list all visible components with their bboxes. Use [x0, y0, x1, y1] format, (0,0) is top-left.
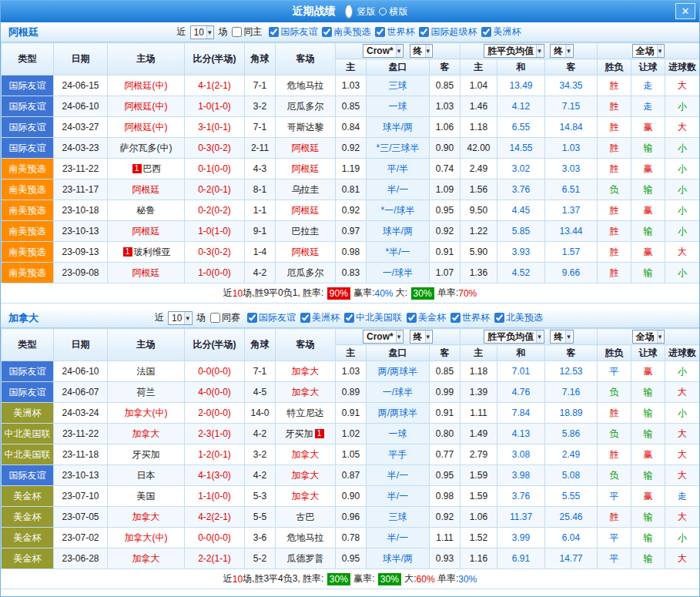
summary-text: 近 — [223, 572, 233, 585]
wdl-average-select[interactable]: 胜平负均值▾ — [484, 44, 544, 58]
recent-count-select[interactable]: 10▾ — [190, 25, 215, 39]
competition-filter[interactable]: 国际友谊 — [269, 25, 317, 39]
score-cell: 2-2(1-1) — [185, 548, 245, 569]
match-row[interactable]: 美金杯23-07-10美国1-1(0-0)5-3加拿大0.90半/一0.981.… — [2, 486, 700, 507]
corner-cell: 1-1 — [245, 200, 276, 221]
competition-checkbox[interactable] — [269, 27, 279, 37]
match-row[interactable]: 国际友谊24-06-10阿根廷(中)1-0(1-0)3-2厄瓜多尔0.85一球1… — [2, 96, 700, 117]
competition-filter[interactable]: 世界杯 — [375, 25, 414, 39]
asian-home-odds-cell: 0.81 — [336, 179, 367, 200]
competition-checkbox[interactable] — [247, 313, 257, 323]
corner-cell: 4-3 — [245, 159, 276, 179]
title-bar: 近期战绩 竖版 横版 ✕ — [1, 1, 699, 22]
close-button[interactable]: ✕ — [675, 3, 695, 19]
corner-cell: 5-3 — [245, 486, 276, 507]
result-cell: 胜 — [598, 75, 631, 96]
score-cell: 4-1(3-0) — [185, 465, 245, 486]
team-name: 秘鲁 — [137, 205, 156, 216]
col-handicap-result: 让球 — [631, 59, 665, 75]
vertical-layout-label[interactable]: 竖版 — [357, 5, 376, 18]
same-home-filter[interactable]: 同主 — [232, 25, 262, 39]
corner-cell: 3-6 — [245, 528, 276, 548]
competition-type-cell: 美金杯 — [2, 507, 54, 528]
same-competition-filter[interactable]: 同赛 — [210, 311, 240, 324]
match-row[interactable]: 国际友谊24-06-07荷兰4-0(0-0)4-5加拿大0.89一/球半0.99… — [2, 382, 700, 403]
competition-checkbox[interactable] — [494, 313, 504, 323]
final-odds-select[interactable]: 终▾ — [550, 44, 574, 58]
team-name: 阿根廷 — [292, 247, 320, 257]
competition-filter[interactable]: 北美预选 — [494, 311, 543, 324]
handicap-result-cell: 赢 — [631, 200, 665, 221]
final-odds-select[interactable]: 终▾ — [410, 330, 434, 344]
away-team-cell: 加拿大 — [276, 361, 336, 382]
match-row[interactable]: 国际友谊24-06-15阿根廷(中)4-1(2-1)7-1危地马拉1.03三球0… — [2, 75, 700, 96]
same-home-checkbox[interactable] — [232, 27, 242, 37]
away-team-cell: 牙买加1 — [276, 424, 336, 444]
competition-filter[interactable]: 中北美国联 — [344, 311, 402, 324]
date-cell: 24-03-24 — [54, 403, 108, 424]
competition-filter[interactable]: 世界杯 — [450, 311, 490, 324]
competition-checkbox[interactable] — [344, 313, 354, 323]
competition-checkbox[interactable] — [407, 313, 417, 323]
vertical-layout-radio[interactable] — [345, 5, 353, 18]
team-name: 萨尔瓦多(中) — [120, 143, 172, 153]
match-row[interactable]: 国际友谊24-06-10法国0-0(0-0)7-1加拿大1.03两/两球半0.8… — [2, 361, 700, 382]
corner-cell: 5-5 — [245, 507, 276, 528]
wdl-average-select[interactable]: 胜平负均值▾ — [484, 330, 544, 344]
competition-filter[interactable]: 美金杯 — [407, 311, 446, 324]
recent-results-window: 近期战绩 竖版 横版 ✕ 阿根廷 近 10▾ 场 同主 国际友谊南美预选世界杯国… — [0, 0, 700, 597]
team-name: 加拿大 — [292, 449, 320, 460]
handicap-cell: 三球 — [367, 75, 430, 96]
horizontal-layout-label[interactable]: 横版 — [390, 5, 408, 18]
match-row[interactable]: 国际友谊24-03-23萨尔瓦多(中)0-3(0-2)2-11阿根廷0.92*三… — [2, 138, 700, 159]
competition-filter[interactable]: 国际超级杯 — [419, 25, 477, 39]
match-row[interactable]: 美金杯23-07-05加拿大4-2(2-1)5-5古巴0.96三球0.921.0… — [2, 507, 700, 528]
recent-count-select[interactable]: 10▾ — [168, 311, 193, 325]
avg-odds-controls: 胜平负均值▾ 终▾ — [461, 329, 598, 345]
match-row[interactable]: 美金杯23-06-28加拿大2-2(1-1)5-2瓜德罗普0.95球半/两0.9… — [2, 548, 700, 569]
competition-filter[interactable]: 南美预选 — [322, 25, 370, 39]
handicap-result-cell: 赢 — [631, 486, 665, 507]
match-row[interactable]: 南美预选23-10-13阿根廷1-0(1-0)9-1巴拉圭0.97球半/两0.9… — [2, 221, 700, 242]
col-away: 客场 — [276, 43, 336, 75]
home-team-cell: 阿根廷 — [108, 263, 185, 283]
bookmaker-select[interactable]: Crow*▾ — [363, 44, 404, 58]
match-row[interactable]: 国际友谊24-03-27阿根廷(中)3-1(0-1)7-1哥斯达黎0.84球半/… — [2, 117, 700, 138]
match-row[interactable]: 中北美国联23-11-22加拿大2-3(1-0)4-2牙买加11.02一球0.8… — [2, 424, 700, 444]
score-cell: 0-0(0-0) — [185, 528, 245, 548]
final-odds-select[interactable]: 终▾ — [410, 44, 434, 58]
competition-checkbox[interactable] — [322, 27, 332, 37]
match-row[interactable]: 国际友谊23-10-13日本4-1(3-0)4-2加拿大0.87半/一0.951… — [2, 465, 700, 486]
competition-checkbox[interactable] — [375, 27, 385, 37]
match-row[interactable]: 美金杯23-07-02加拿大(中)0-0(0-0)3-6危地马拉0.78半/一1… — [2, 528, 700, 548]
team-name: 阿根廷 — [292, 205, 320, 216]
match-row[interactable]: 南美预选23-09-08阿根廷1-0(0-0)4-2厄瓜多尔0.83一/球半1.… — [2, 263, 700, 283]
competition-filter[interactable]: 美洲杯 — [481, 25, 521, 39]
match-row[interactable]: 南美预选23-09-131玻利维亚0-3(0-2)1-4阿根廷0.98*半/一0… — [2, 242, 700, 263]
handicap-cell: 一球 — [367, 96, 430, 117]
match-row[interactable]: 南美预选23-11-221巴西0-1(0-0)4-3阿根廷1.19平/半0.74… — [2, 159, 700, 179]
competition-checkbox[interactable] — [419, 27, 429, 37]
handicap-cell: *半/一 — [367, 242, 430, 263]
avg-draw-odds-cell: 4.76 — [497, 382, 545, 403]
final-odds-select[interactable]: 终▾ — [550, 330, 574, 344]
horizontal-layout-radio[interactable] — [379, 8, 387, 15]
same-competition-checkbox[interactable] — [210, 313, 220, 323]
full-match-select[interactable]: 全场▾ — [632, 44, 665, 58]
match-row[interactable]: 南美预选23-10-18秘鲁0-2(0-2)1-1阿根廷0.92*一/球半0.9… — [2, 200, 700, 221]
col-avg-home: 主 — [461, 59, 497, 75]
competition-filter[interactable]: 美洲杯 — [300, 311, 340, 324]
match-row[interactable]: 南美预选23-11-17阿根廷0-2(0-1)8-1乌拉圭0.81半/一1.09… — [2, 179, 700, 200]
competition-checkbox[interactable] — [300, 313, 310, 323]
match-row[interactable]: 中北美国联23-11-18牙买加1-2(0-1)3-2加拿大1.05平手0.77… — [2, 444, 700, 465]
bookmaker-select[interactable]: Crow*▾ — [363, 330, 404, 344]
corner-cell: 8-1 — [245, 179, 276, 200]
corner-cell: 1-4 — [245, 242, 276, 263]
handicap-result-cell: 赢 — [631, 444, 665, 465]
competition-checkbox[interactable] — [481, 27, 491, 37]
full-match-select[interactable]: 全场▾ — [632, 330, 665, 344]
competition-checkbox[interactable] — [450, 313, 461, 323]
result-cell: 胜 — [598, 263, 631, 283]
competition-filter[interactable]: 国际友谊 — [247, 311, 296, 324]
match-row[interactable]: 美洲杯24-03-24加拿大(中)2-0(0-0)14-0特立尼达0.91两/两… — [2, 403, 700, 424]
